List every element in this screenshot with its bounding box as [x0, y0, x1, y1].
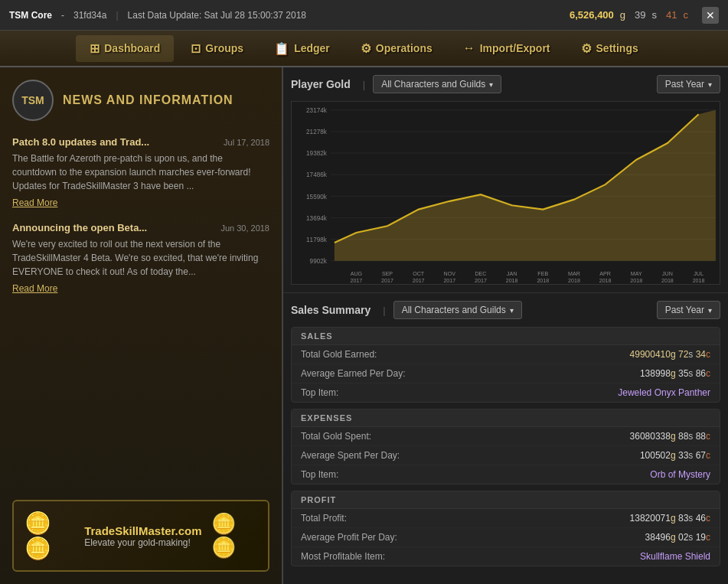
chart-section: Player Gold | All Characters and Guilds …	[283, 67, 728, 293]
news-item-1-body: The Battle for Azeroth pre-patch is upon…	[12, 152, 269, 193]
news-item-2-date: Jun 30, 2018	[220, 223, 269, 233]
profit-top-row: Most Profitable Item: Skullflame Shield	[292, 547, 720, 566]
profit-avg-label: Average Profit Per Day:	[301, 532, 397, 543]
expenses-avg-value: 100502g 33s 67c	[640, 450, 710, 461]
nav-ledger[interactable]: 📋 Ledger	[260, 35, 344, 62]
svg-text:23174k: 23174k	[306, 106, 327, 114]
news-item-1-read-more[interactable]: Read More	[12, 197, 57, 208]
sales-total-value: 49900410g 72s 34c	[630, 349, 710, 360]
expenses-top-row: Top Item: Orb of Mystery	[292, 465, 720, 484]
expenses-avg-label: Average Spent Per Day:	[301, 450, 400, 461]
chart-svg: 23174k 21278k 19382k 17486k 15590k 13694…	[292, 102, 720, 284]
svg-text:17486k: 17486k	[306, 171, 327, 178]
nav-groups-label: Groups	[205, 42, 243, 54]
sales-top-item[interactable]: Jeweled Onyx Panther	[618, 387, 710, 398]
svg-text:2017: 2017	[413, 277, 425, 284]
chart-filter-dropdown[interactable]: All Characters and Guilds ▾	[373, 75, 501, 93]
summary-time-dropdown[interactable]: Past Year ▾	[657, 301, 720, 319]
news-item-2-title: Announcing the open Beta...	[12, 222, 147, 233]
chart-filter-arrow: ▾	[489, 80, 493, 89]
profit-header: PROFIT	[292, 491, 720, 509]
profit-block: PROFIT Total Profit: 13820071g 83s 46c A…	[291, 491, 720, 566]
sales-block: SALES Total Gold Earned: 49900410g 72s 3…	[291, 327, 720, 403]
profit-total-row: Total Profit: 13820071g 83s 46c	[292, 509, 720, 528]
news-item-2-header: Announcing the open Beta... Jun 30, 2018	[12, 222, 269, 233]
sales-total-currency: 49900410g 72s 34c	[630, 349, 710, 360]
version-hash: 31fd34a	[73, 10, 106, 21]
app-name: TSM Core	[9, 10, 52, 21]
nav-groups[interactable]: ⊡ Groups	[177, 35, 257, 62]
news-item-2-body: We're very excited to roll out the next …	[12, 237, 269, 279]
sales-header: SALES	[292, 328, 720, 345]
summary-header: Sales Summary | All Characters and Guild…	[291, 301, 720, 319]
expenses-total-row: Total Gold Spent: 36080338g 88s 88c	[292, 427, 720, 446]
profit-top-label: Most Profitable Item:	[301, 551, 385, 562]
summary-time-arrow: ▾	[708, 306, 712, 315]
promo-text: TradeSkillMaster.com Elevate your gold-m…	[84, 524, 201, 548]
chart-title: Player Gold	[291, 78, 351, 90]
settings-icon: ⚙	[581, 41, 592, 56]
svg-text:2018: 2018	[568, 277, 580, 284]
svg-text:2018: 2018	[537, 277, 549, 284]
nav-importexport[interactable]: ↔ Import/Export	[449, 35, 564, 61]
profit-total-value: 13820071g 83s 46c	[630, 513, 710, 524]
expenses-total-label: Total Gold Spent:	[301, 431, 371, 442]
title-right: 6,526,400 g 39 s 41 c ✕	[570, 7, 719, 24]
news-section-title: NEWS AND INFORMATION	[63, 93, 233, 107]
profit-avg-row: Average Profit Per Day: 38496g 02s 19c	[292, 528, 720, 547]
main-content: TSM NEWS AND INFORMATION Patch 8.0 updat…	[0, 67, 728, 584]
tsm-logo: TSM	[12, 80, 54, 121]
groups-icon: ⊡	[191, 41, 201, 56]
left-panel: TSM NEWS AND INFORMATION Patch 8.0 updat…	[0, 67, 283, 584]
summary-section: Sales Summary | All Characters and Guild…	[283, 293, 728, 580]
nav-settings[interactable]: ⚙ Settings	[567, 35, 652, 62]
promo-coins-left: 🪙🪙	[24, 511, 75, 561]
title-separator1: -	[61, 10, 64, 21]
sales-top-row: Top Item: Jeweled Onyx Panther	[292, 383, 720, 402]
expenses-top-item[interactable]: Orb of Mystery	[650, 469, 710, 480]
right-panel: Player Gold | All Characters and Guilds …	[283, 67, 728, 584]
importexport-icon: ↔	[463, 41, 475, 55]
summary-time-label: Past Year	[665, 305, 704, 315]
last-update: Last Data Update: Sat Jul 28 15:00:37 20…	[128, 10, 307, 21]
dashboard-icon: ⊞	[90, 41, 100, 56]
promo-banner[interactable]: 🪙🪙 TradeSkillMaster.com Elevate your gol…	[12, 500, 269, 572]
close-button[interactable]: ✕	[702, 7, 719, 24]
summary-filter-dropdown[interactable]: All Characters and Guilds ▾	[393, 301, 522, 319]
promo-subtitle: Elevate your gold-making!	[84, 537, 201, 548]
profit-total-label: Total Profit:	[301, 513, 347, 524]
svg-text:2018: 2018	[630, 277, 642, 284]
expenses-avg-row: Average Spent Per Day: 100502g 33s 67c	[292, 446, 720, 465]
news-item-1-header: Patch 8.0 updates and Trad... Jul 17, 20…	[12, 136, 269, 148]
chart-header: Player Gold | All Characters and Guilds …	[291, 75, 720, 93]
nav-operations[interactable]: ⚙ Operations	[347, 35, 446, 62]
svg-text:19382k: 19382k	[306, 149, 327, 157]
svg-text:13694k: 13694k	[306, 214, 327, 221]
profit-avg-value: 38496g 02s 19c	[645, 532, 710, 543]
sales-avg-value: 138998g 35s 86c	[640, 368, 710, 379]
sales-total-row: Total Gold Earned: 49900410g 72s 34c	[292, 345, 720, 364]
news-item-2-read-more[interactable]: Read More	[12, 283, 57, 294]
news-item-1-date: Jul 17, 2018	[224, 138, 269, 147]
chart-container: 23174k 21278k 19382k 17486k 15590k 13694…	[291, 101, 720, 285]
expenses-total-value: 36080338g 88s 88c	[630, 431, 710, 442]
svg-text:11798k: 11798k	[306, 236, 327, 243]
svg-text:21278k: 21278k	[306, 128, 327, 135]
svg-text:9902k: 9902k	[310, 257, 328, 265]
summary-title: Sales Summary	[291, 304, 371, 316]
nav-ledger-label: Ledger	[294, 42, 330, 54]
sales-avg-label: Average Earned Per Day:	[301, 368, 406, 379]
news-item-1: Patch 8.0 updates and Trad... Jul 17, 20…	[12, 136, 269, 208]
chart-time-dropdown[interactable]: Past Year ▾	[657, 75, 720, 93]
expenses-header: EXPENSES	[292, 409, 720, 427]
sales-top-label: Top Item:	[301, 387, 338, 398]
nav-importexport-label: Import/Export	[480, 42, 550, 54]
expenses-top-label: Top Item:	[301, 469, 338, 480]
profit-top-item[interactable]: Skullflame Shield	[640, 551, 710, 562]
svg-text:2017: 2017	[350, 277, 362, 284]
svg-text:2018: 2018	[506, 277, 518, 284]
nav-dashboard[interactable]: ⊞ Dashboard	[76, 35, 174, 62]
svg-text:2018: 2018	[693, 277, 705, 284]
svg-text:15590k: 15590k	[306, 192, 327, 200]
title-left: TSM Core - 31fd34a | Last Data Update: S…	[9, 10, 306, 21]
